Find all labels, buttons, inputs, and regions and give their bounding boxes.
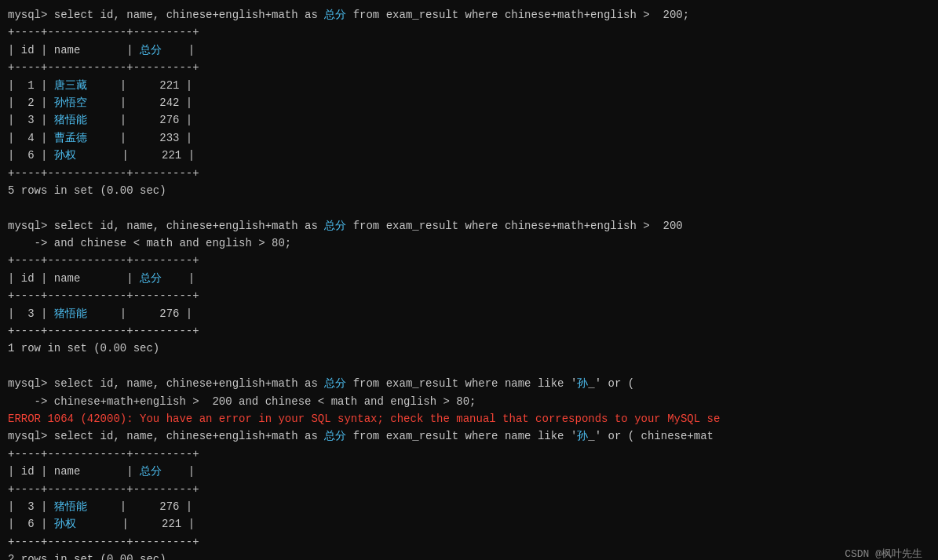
table3-row1: | 3 | 猪悟能 | 276 | [8, 498, 930, 515]
query2-continuation: -> and chinese < math and english > 80; [8, 235, 930, 252]
terminal: mysql> select id, name, chinese+english+… [8, 6, 930, 560]
table1-border-top: +----+------------+---------+ [8, 24, 930, 41]
table1-row2: | 2 | 孙悟空 | 242 | [8, 94, 930, 111]
result1-info: 5 rows in set (0.00 sec) [8, 182, 930, 199]
table2-header: | id | name | 总分 | [8, 270, 930, 287]
table3-border-bot: +----+------------+---------+ [8, 533, 930, 551]
table2-border-mid: +----+------------+---------+ [8, 287, 930, 304]
query2-prompt: mysql> select id, name, chinese+english+… [8, 217, 930, 235]
table1-row4: | 4 | 曹孟德 | 233 | [8, 129, 930, 147]
query1-prompt: mysql> select id, name, chinese+english+… [8, 6, 930, 24]
result3-info: 2 rows in set (0.00 sec) [8, 551, 930, 560]
block1: mysql> select id, name, chinese+english+… [8, 6, 930, 199]
spacer1 [8, 199, 930, 216]
table2-border-bot: +----+------------+---------+ [8, 322, 930, 340]
error-message: ERROR 1064 (42000): You have an error in… [8, 410, 930, 427]
table3-row2: | 6 | 孙权 | 221 | [8, 515, 930, 533]
table2-row1: | 3 | 猪悟能 | 276 | [8, 305, 930, 322]
block2: mysql> select id, name, chinese+english+… [8, 217, 930, 358]
table2-border-top: +----+------------+---------+ [8, 252, 930, 269]
table3-header: | id | name | 总分 | [8, 463, 930, 480]
query3-prompt: mysql> select id, name, chinese+english+… [8, 375, 930, 392]
table3-border-mid: +----+------------+---------+ [8, 481, 930, 498]
table1-row1: | 1 | 唐三藏 | 221 | [8, 77, 930, 94]
table3-border-top: +----+------------+---------+ [8, 445, 930, 463]
query3-prompt2: mysql> select id, name, chinese+english+… [8, 427, 930, 445]
table1-row5: | 6 | 孙权 | 221 | [8, 147, 930, 164]
query3-continuation: -> chinese+math+english > 200 and chines… [8, 393, 930, 410]
result2-info: 1 row in set (0.00 sec) [8, 340, 930, 357]
table1-border-bot: +----+------------+---------+ [8, 165, 930, 182]
table1-header: | id | name | 总分 | [8, 42, 930, 59]
block3: mysql> select id, name, chinese+english+… [8, 375, 930, 560]
watermark: CSDN @枫叶先生 [845, 547, 922, 561]
table1-row3: | 3 | 猪悟能 | 276 | [8, 111, 930, 129]
spacer2 [8, 358, 930, 375]
table1-border-mid: +----+------------+---------+ [8, 59, 930, 76]
